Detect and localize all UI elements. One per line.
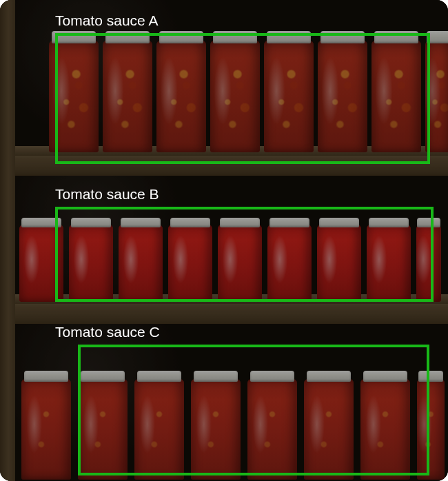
jar [103, 31, 152, 155]
jar [425, 31, 448, 155]
jar [21, 371, 71, 481]
wood-shelf [0, 155, 448, 176]
jar [371, 31, 421, 155]
jar [360, 371, 410, 481]
jar [191, 371, 241, 481]
jar [367, 218, 411, 303]
annotated-image: Tomato sauce A Tomato sauce B Tomato sau… [0, 0, 448, 481]
jar-row-2 [17, 218, 416, 303]
jar [119, 218, 163, 303]
jar [318, 31, 367, 155]
jar [304, 371, 354, 481]
jar [78, 371, 128, 481]
jar [218, 218, 262, 303]
jar [417, 371, 445, 481]
jar [156, 31, 206, 155]
shelf-row-3 [0, 324, 448, 481]
jar [69, 218, 113, 303]
shelf-row-2 [0, 176, 448, 324]
jar [134, 371, 184, 481]
jar [210, 31, 260, 155]
wood-post [0, 0, 15, 481]
wood-shelf [0, 303, 448, 324]
jar [317, 218, 361, 303]
jar [416, 218, 441, 303]
jar [264, 31, 314, 155]
jar [168, 218, 212, 303]
shelf-row-1 [0, 0, 448, 176]
jar [267, 218, 312, 303]
jar [49, 31, 99, 155]
jar-row-1 [47, 31, 425, 155]
jar [19, 218, 63, 303]
jar [247, 371, 297, 481]
jar-row-3 [18, 371, 417, 481]
